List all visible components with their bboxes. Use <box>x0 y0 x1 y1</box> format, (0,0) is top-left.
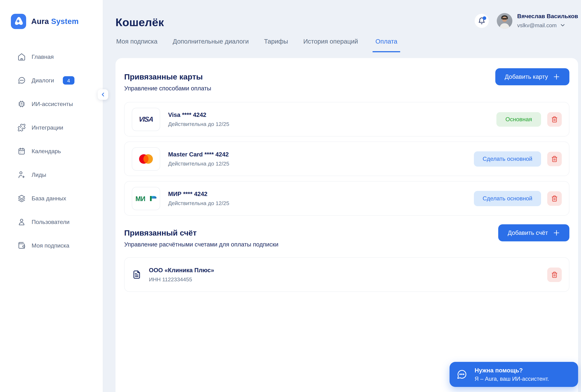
account-title: ООО «Клиника Плюс» <box>149 267 214 274</box>
brand: Aura System <box>0 0 103 29</box>
chat-bubble-icon <box>456 369 467 380</box>
trash-icon <box>551 195 558 202</box>
cards-section-subtitle: Управление способами оплаты <box>124 85 570 92</box>
delete-card-button[interactable] <box>547 191 562 206</box>
cards-section-header: Привязанные карты Управление способами о… <box>124 73 570 92</box>
trash-icon <box>551 155 558 162</box>
card-title: МИР **** 4242 <box>168 191 229 197</box>
app-window: Aura System Главная Диалоги 4 ИИ-ас <box>0 0 581 392</box>
wallet-icon <box>18 241 26 250</box>
sidebar-item-integrations[interactable]: Интеграции <box>0 116 103 139</box>
sidebar-item-database[interactable]: База данных <box>0 187 103 210</box>
sidebar-item-label: Диалоги <box>32 77 54 84</box>
help-subtitle: Я – Aura, ваш ИИ-ассистент. <box>474 376 549 382</box>
user-menu-trigger[interactable]: vslkv@mail.com <box>517 22 578 28</box>
chevron-down-icon <box>560 22 566 28</box>
card-info: МИР **** 4242 Действительна до 12/25 <box>168 191 229 206</box>
sidebar-item-dialogs[interactable]: Диалоги 4 <box>0 69 103 92</box>
sidebar-item-users[interactable]: Пользователи <box>0 210 103 234</box>
trash-icon <box>551 271 558 278</box>
cpu-icon <box>18 100 26 108</box>
tab-plans[interactable]: Тарифы <box>263 38 289 52</box>
sidebar-item-label: Пользователи <box>32 219 70 225</box>
user-icon <box>18 218 26 226</box>
home-icon <box>18 53 26 61</box>
help-title: Нужна помощь? <box>474 367 549 373</box>
sidebar-nav: Главная Диалоги 4 ИИ-ассистенты Интегра <box>0 45 103 257</box>
notifications-button[interactable] <box>475 14 489 28</box>
sidebar-item-label: Календарь <box>32 148 61 154</box>
sidebar-collapse-button[interactable] <box>98 89 108 100</box>
primary-card-badge: Основная <box>496 112 541 126</box>
help-widget[interactable]: Нужна помощь? Я – Aura, ваш ИИ-ассистент… <box>450 362 578 387</box>
tab-history[interactable]: История операций <box>302 38 358 52</box>
card-info: Master Card **** 4242 Действительна до 1… <box>168 151 229 167</box>
account-info: ООО «Клиника Плюс» ИНН 1122334455 <box>149 267 214 282</box>
account-row: ООО «Клиника Плюс» ИНН 1122334455 <box>124 257 570 292</box>
accounts-list: ООО «Клиника Плюс» ИНН 1122334455 <box>124 257 570 292</box>
add-account-button[interactable]: Добавить счёт <box>498 224 570 241</box>
account-section-subtitle: Управление расчётными счетами для оплаты… <box>124 241 570 248</box>
chat-icon <box>18 76 26 84</box>
account-section-header: Привязанный счёт Управление расчётными с… <box>124 229 570 248</box>
header-user-cluster: Вячеслав Васильков vslkv@mail.com <box>475 13 578 29</box>
visa-logo-icon: VISA <box>132 108 160 131</box>
tab-payment[interactable]: Оплата <box>372 38 400 52</box>
delete-card-button[interactable] <box>547 112 562 126</box>
sidebar-item-subscription[interactable]: Моя подписка <box>0 234 103 257</box>
card-actions: Сделать основной <box>474 151 562 166</box>
layers-icon <box>18 194 26 203</box>
help-text: Нужна помощь? Я – Aura, ваш ИИ-ассистент… <box>474 367 549 382</box>
trash-icon <box>551 116 558 123</box>
card-info: Visa **** 4242 Действительна до 12/25 <box>168 111 229 127</box>
account-actions <box>547 267 562 282</box>
sidebar-item-label: Интеграции <box>32 124 63 131</box>
make-primary-button[interactable]: Сделать основной <box>474 191 541 206</box>
card-expiry: Действительна до 12/25 <box>168 160 229 167</box>
card-row-mir: МИ МИР **** 4242 Действительна до 12/25 … <box>124 181 570 216</box>
card-actions: Основная <box>496 112 562 126</box>
card-expiry: Действительна до 12/25 <box>168 200 229 206</box>
avatar[interactable] <box>497 13 512 29</box>
tab-extra-dialogs[interactable]: Дополнительные диалоги <box>172 38 250 52</box>
user-info: Вячеслав Васильков vslkv@mail.com <box>517 13 578 28</box>
card-title: Visa **** 4242 <box>168 111 229 118</box>
mastercard-logo-icon <box>132 147 160 170</box>
delete-account-button[interactable] <box>547 267 562 282</box>
add-card-button[interactable]: Добавить карту <box>495 68 570 85</box>
tab-my-subscription[interactable]: Моя подписка <box>116 38 158 52</box>
sidebar-item-label: ИИ-ассистенты <box>32 101 73 107</box>
chevron-left-icon <box>100 91 106 98</box>
card-actions: Сделать основной <box>474 191 562 206</box>
card-row-mastercard: Master Card **** 4242 Действительна до 1… <box>124 142 570 176</box>
calendar-icon <box>18 147 26 155</box>
aura-logo-icon <box>11 14 26 29</box>
card-row-visa: VISA Visa **** 4242 Действительна до 12/… <box>124 102 570 136</box>
sidebar-item-label: Лиды <box>32 171 46 178</box>
brand-name: Aura System <box>31 17 78 26</box>
mir-logo-icon: МИ <box>132 187 160 210</box>
account-inn: ИНН 1122334455 <box>149 276 214 282</box>
sidebar-item-label: База данных <box>32 195 66 202</box>
plus-icon <box>553 229 560 236</box>
notification-dot <box>483 16 486 20</box>
payment-panel: Привязанные карты Управление способами о… <box>116 58 578 392</box>
document-icon <box>132 270 142 280</box>
dialogs-count-badge: 4 <box>63 76 74 84</box>
sidebar-item-home[interactable]: Главная <box>0 45 103 69</box>
delete-card-button[interactable] <box>547 152 562 166</box>
plus-icon <box>553 73 560 80</box>
puzzle-icon <box>18 123 26 132</box>
sidebar-item-label: Главная <box>32 53 54 60</box>
make-primary-button[interactable]: Сделать основной <box>474 151 541 166</box>
sidebar-item-calendar[interactable]: Календарь <box>0 139 103 163</box>
wallet-tabs: Моя подписка Дополнительные диалоги Тари… <box>116 38 400 52</box>
sidebar-item-label: Моя подписка <box>32 242 69 249</box>
page-title: Кошелёк <box>116 16 164 29</box>
sidebar-item-ai-assistants[interactable]: ИИ-ассистенты <box>0 92 103 116</box>
sidebar-item-leads[interactable]: Лиды <box>0 163 103 187</box>
svg-text:МИ: МИ <box>136 195 145 202</box>
sidebar: Aura System Главная Диалоги 4 ИИ-ас <box>0 0 103 392</box>
user-plus-icon <box>18 171 26 179</box>
user-email: vslkv@mail.com <box>517 22 557 28</box>
